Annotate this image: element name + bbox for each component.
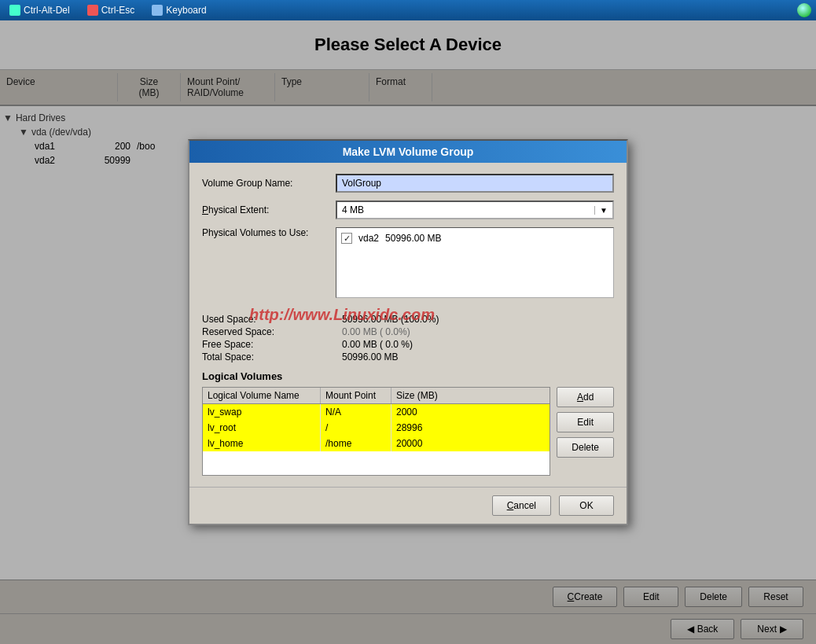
ctrl-alt-del-icon xyxy=(9,5,20,16)
lv-home-mount: /home xyxy=(321,436,391,451)
lv-table: Logical Volume Name Mount Point Size (MB… xyxy=(202,387,550,476)
vg-name-label: Volume Group Name: xyxy=(202,178,336,189)
pe-label: Physical Extent: xyxy=(202,204,336,215)
lv-root-size: 28996 xyxy=(391,420,454,436)
vg-name-row: Volume Group Name: xyxy=(202,174,614,193)
pv-checkbox-area: vda2 50996.00 MB xyxy=(336,227,614,298)
status-indicator xyxy=(797,3,811,17)
keyboard-button[interactable]: Keyboard xyxy=(147,3,211,17)
modal-overlay: Make LVM Volume Group Volume Group Name:… xyxy=(0,20,816,644)
lv-swap-size: 2000 xyxy=(391,404,454,420)
used-space-row: Used Space: 50996.00 MB (100.0%) xyxy=(202,314,614,325)
lv-container: Logical Volume Name Mount Point Size (MB… xyxy=(202,387,614,476)
modal-title: Make LVM Volume Group xyxy=(189,141,627,163)
lv-section-title: Logical Volumes xyxy=(202,370,614,382)
ok-button[interactable]: OK xyxy=(559,495,614,516)
lv-swap-mount: N/A xyxy=(321,404,391,420)
total-space-row: Total Space: 50996.00 MB xyxy=(202,351,614,362)
ctrl-alt-del-button[interactable]: Ctrl-Alt-Del xyxy=(5,3,75,17)
pe-select[interactable]: 4 MB ▼ xyxy=(336,201,614,219)
keyboard-label: Keyboard xyxy=(166,5,206,16)
pv-vda2-label: vda2 xyxy=(358,233,379,244)
lv-edit-button[interactable]: Edit xyxy=(557,412,614,432)
pv-row: Physical Volumes to Use: vda2 50996.00 M… xyxy=(202,227,614,306)
reserved-space-row: Reserved Space: 0.00 MB ( 0.0%) xyxy=(202,326,614,337)
lv-row-root[interactable]: lv_root / 28996 xyxy=(203,420,550,436)
lv-row-swap[interactable]: lv_swap N/A 2000 xyxy=(203,404,550,420)
taskbar: Ctrl-Alt-Del Ctrl-Esc Keyboard xyxy=(0,0,816,20)
ctrl-esc-label: Ctrl-Esc xyxy=(101,5,135,16)
lv-table-header: Logical Volume Name Mount Point Size (MB… xyxy=(203,388,550,404)
modal-footer: Cancel OK xyxy=(189,487,627,524)
pv-label: Physical Volumes to Use: xyxy=(202,227,336,238)
lv-table-padding xyxy=(203,451,550,475)
lv-home-name: lv_home xyxy=(203,436,321,451)
space-info-container: Used Space: 50996.00 MB (100.0%) Reserve… xyxy=(202,314,614,362)
modal-body: Volume Group Name: Physical Extent: 4 MB… xyxy=(189,163,627,487)
lv-home-size: 20000 xyxy=(391,436,454,451)
lv-root-name: lv_root xyxy=(203,420,321,436)
ctrl-esc-icon xyxy=(87,5,98,16)
ctrl-alt-del-label: Ctrl-Alt-Del xyxy=(24,5,70,16)
keyboard-icon xyxy=(152,5,163,16)
pv-vda2-checkbox[interactable] xyxy=(341,233,352,244)
pe-row: Physical Extent: 4 MB ▼ xyxy=(202,201,614,219)
lv-row-home[interactable]: lv_home /home 20000 xyxy=(203,436,550,451)
lv-section: Logical Volumes Logical Volume Name Moun… xyxy=(202,370,614,476)
free-space-row: Free Space: 0.00 MB ( 0.0 %) xyxy=(202,339,614,350)
lv-col-mount-header: Mount Point xyxy=(321,388,391,403)
lvm-dialog: Make LVM Volume Group Volume Group Name:… xyxy=(188,139,628,525)
lv-delete-button[interactable]: Delete xyxy=(557,437,614,458)
lv-add-button[interactable]: Add xyxy=(557,387,614,407)
pv-vda2-size: 50996.00 MB xyxy=(385,233,441,244)
ctrl-esc-button[interactable]: Ctrl-Esc xyxy=(83,3,140,17)
lv-col-size-header: Size (MB) xyxy=(391,388,454,403)
lv-action-buttons: Add Edit Delete xyxy=(557,387,614,476)
pe-dropdown-arrow[interactable]: ▼ xyxy=(594,206,608,215)
pv-vda2-row: vda2 50996.00 MB xyxy=(341,233,608,244)
lv-col-name-header: Logical Volume Name xyxy=(203,388,321,403)
lv-swap-name: lv_swap xyxy=(203,404,321,420)
lv-root-mount: / xyxy=(321,420,391,436)
cancel-button[interactable]: Cancel xyxy=(492,495,551,516)
vg-name-input[interactable] xyxy=(336,174,614,193)
